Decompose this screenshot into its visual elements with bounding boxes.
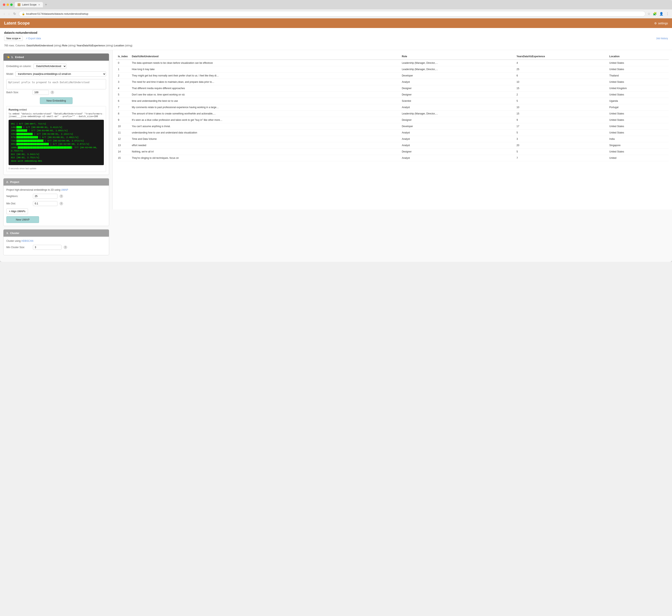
table-cell-col1: Nothing, we're all in! <box>130 149 400 155</box>
table-cell-col0: 1 <box>116 66 130 73</box>
table-row: 15They're clinging to old techniques. fo… <box>116 155 669 161</box>
cluster-number: 3. <box>6 232 9 235</box>
table-cell-col2: Analyst <box>400 130 514 136</box>
min-cluster-size-input[interactable] <box>33 245 62 250</box>
app-header: Latent Scope ⚙ settings <box>0 18 672 28</box>
batch-help-icon[interactable]: ? <box>50 91 54 94</box>
browser-tab[interactable]: Latent Scope ✕ <box>15 2 43 7</box>
job-history-link[interactable]: Job history <box>656 37 668 40</box>
bookmark-icon[interactable]: ☆ <box>647 12 650 16</box>
embedding-column-label: Embedding on column: <box>6 65 31 68</box>
cluster-help-icon[interactable]: ? <box>64 245 67 249</box>
table-row: 6time and understanding the best viz to … <box>116 98 669 104</box>
url-text: localhost:5174/datasets/datavis-notunder… <box>26 12 642 15</box>
table-header-row: ls_index DataVizNotUnderstood Role Years… <box>116 53 669 60</box>
align-umaps-button[interactable]: + Align UMAPs <box>6 208 28 214</box>
terminal-line-6: 86%|████████████████████████ | 6/7 [00:0… <box>11 142 101 146</box>
table-row: 1How long it may takeLeadership (Manager… <box>116 66 669 73</box>
terminal-line-2: 29%|████████ | 2/7 [00:01<00:02, 1.85it/… <box>11 129 101 132</box>
table-cell-col0: 11 <box>116 130 130 136</box>
embed-section-body: Embedding on column: DataVizNotUnderstoo… <box>3 61 109 175</box>
dataset-name: datavis-notunderstood <box>4 31 668 34</box>
new-umap-button[interactable]: New UMAP <box>6 216 39 223</box>
profile-icon[interactable]: 👤 <box>659 12 663 16</box>
new-embedding-button[interactable]: New Embedding <box>40 97 73 104</box>
back-button[interactable]: ‹ <box>3 12 6 16</box>
prefix-textarea[interactable] <box>6 79 106 89</box>
browser-nav-icons: ☆ 🧩 👤 ⋮ <box>647 12 669 16</box>
model-row: Model: transformers: jinaai/jina-embeddi… <box>6 71 106 77</box>
table-row: 9It's seen as a blue collar profession a… <box>116 117 669 123</box>
min-dist-input[interactable] <box>33 201 57 206</box>
table-cell-col0: 7 <box>116 104 130 111</box>
table-cell-col1: effort needed <box>130 142 400 149</box>
table-row: 7My comments relate to past professional… <box>116 104 669 111</box>
export-data-link[interactable]: ↗ Export data <box>26 37 41 40</box>
row-count: 765 rows. Columns: <box>4 44 26 47</box>
table-cell-col3: 15 <box>514 111 607 117</box>
table-cell-col0: 9 <box>116 117 130 123</box>
main-layout: 👈 1. Embed Embedding on column: DataVizN… <box>0 50 672 262</box>
model-select[interactable]: transformers: jinaai/jina-embeddings-v2-… <box>15 71 106 77</box>
batch-size-input[interactable] <box>32 90 49 95</box>
table-cell-col2: Designer <box>400 92 514 98</box>
tab-close-icon[interactable]: ✕ <box>38 3 40 6</box>
minimize-button[interactable] <box>7 3 9 6</box>
col-header-years: YearsDataVizExperience <box>514 53 607 60</box>
table-cell-col0: 0 <box>116 60 130 66</box>
terminal-line-9: 8it [00:02, 2.75it/s] <box>11 156 101 159</box>
app-title: Latent Scope <box>4 21 30 26</box>
table-row: 13effort neededAnalyst20Singapore <box>116 142 669 149</box>
table-cell-col4: Uganda <box>607 98 669 104</box>
col-header-location: Location <box>607 53 669 60</box>
umap-link[interactable]: UMAP <box>61 188 68 191</box>
terminal-line-8: 8it [00:02, 3.34it/s] <box>11 153 101 156</box>
new-tab-button[interactable]: + <box>45 3 47 7</box>
min-dist-help-icon[interactable]: ? <box>59 202 63 205</box>
col-type-1: (string) <box>54 44 61 47</box>
min-dist-row: Min Dist: ? <box>6 201 106 206</box>
table-cell-col3: 4 <box>514 60 607 66</box>
table-cell-col1: They're clinging to old techniques. focu… <box>130 155 400 161</box>
address-bar[interactable]: 🔒 localhost:5174/datasets/datavis-notund… <box>19 11 645 17</box>
table-row: 12Time and Data VolumeAnalyst3India <box>116 136 669 142</box>
table-cell-col2: Analyst <box>400 142 514 149</box>
terminal-line-3: 43%|████████████ | 3/7 [00:01<00:01, 2.1… <box>11 132 101 136</box>
terminal-output: 0%| | 0/7 [00:00<?, ?it/s] 14%|████ | 1/… <box>9 120 104 165</box>
table-row: 3The need for and time it takes to maint… <box>116 79 669 85</box>
table-cell-col3: 20 <box>514 142 607 149</box>
table-cell-col1: The data upstream needs to be clean befo… <box>130 60 400 66</box>
embedding-column-select[interactable]: DataVizNotUnderstood <box>34 64 66 69</box>
table-cell-col3: 17 <box>514 123 607 130</box>
table-cell-col1: The amount of time it takes to create so… <box>130 111 400 117</box>
cluster-section-body: Cluster using HDBSCAN Min Cluster Size: … <box>3 237 109 255</box>
settings-button[interactable]: ⚙ settings <box>654 22 668 25</box>
table-cell-col2: Leadership (Manager, Director,… <box>400 66 514 73</box>
extensions-icon[interactable]: 🧩 <box>653 12 657 16</box>
new-scope-button[interactable]: New scope ▾ <box>4 36 23 41</box>
dataset-actions: New scope ▾ ↗ Export data Job history <box>4 36 668 41</box>
table-cell-col2: Designer <box>400 85 514 92</box>
menu-icon[interactable]: ⋮ <box>666 12 669 16</box>
table-row: 14Nothing, we're all in!Designer5United … <box>116 149 669 155</box>
window-controls <box>3 3 13 6</box>
table-cell-col2: Leadership (Manager, Director,… <box>400 111 514 117</box>
neighbors-help-icon[interactable]: ? <box>59 194 63 198</box>
forward-button[interactable]: › <box>8 12 10 16</box>
hdbscan-link[interactable]: HDBSCAN <box>21 240 33 242</box>
neighbors-input[interactable] <box>33 194 57 199</box>
cluster-title: Cluster <box>10 232 19 235</box>
close-button[interactable] <box>3 3 5 6</box>
batch-size-label: Batch Size: <box>6 91 31 94</box>
embed-section-header: 👈 1. Embed <box>3 54 109 61</box>
table-cell-col2: Analyst <box>400 104 514 111</box>
browser-titlebar: Latent Scope ✕ + <box>0 0 672 9</box>
col-type-4: (string) <box>125 44 132 47</box>
refresh-button[interactable]: ↻ <box>12 11 17 16</box>
maximize-button[interactable] <box>10 3 13 6</box>
table-row: 11understanding how to use and understan… <box>116 130 669 136</box>
cluster-description: Cluster using HDBSCAN <box>6 240 106 242</box>
table-cell-col3: 6 <box>514 73 607 79</box>
table-cell-col0: 12 <box>116 136 130 142</box>
table-cell-col4: United States <box>607 117 669 123</box>
